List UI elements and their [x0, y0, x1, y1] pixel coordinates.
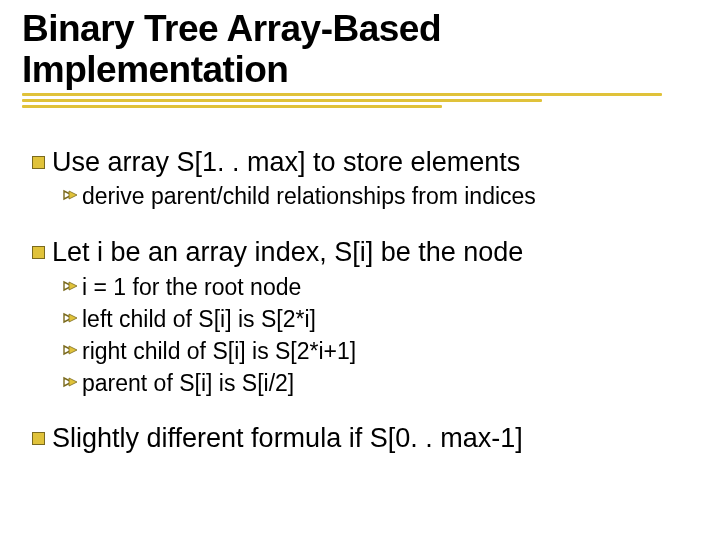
bullet-l2: derive parent/child relationships from i…: [58, 182, 698, 212]
arrow-bullet-icon: [58, 182, 82, 202]
bullet-l1: Use array S[1. . max] to store elements: [24, 145, 698, 180]
slide-body: Use array S[1. . max] to store elements …: [22, 145, 698, 456]
bullet-text: i = 1 for the root node: [82, 273, 301, 303]
bullet-l2: right child of S[i] is S[2*i+1]: [58, 337, 698, 367]
bullet-l2: parent of S[i] is S[i/2]: [58, 369, 698, 399]
title-underline: [22, 93, 682, 115]
square-bullet-icon: [24, 421, 52, 443]
square-bullet-icon: [24, 145, 52, 167]
arrow-bullet-icon: [58, 337, 82, 357]
bullet-text: right child of S[i] is S[2*i+1]: [82, 337, 356, 367]
arrow-bullet-icon: [58, 273, 82, 293]
bullet-l2: i = 1 for the root node: [58, 273, 698, 303]
bullet-l2: left child of S[i] is S[2*i]: [58, 305, 698, 335]
arrow-bullet-icon: [58, 305, 82, 325]
bullet-text: Use array S[1. . max] to store elements: [52, 145, 520, 180]
square-bullet-icon: [24, 235, 52, 257]
slide: Binary Tree Array-Based Implementation U…: [0, 0, 720, 540]
bullet-text: Slightly different formula if S[0. . max…: [52, 421, 523, 456]
bullet-text: parent of S[i] is S[i/2]: [82, 369, 294, 399]
bullet-text: left child of S[i] is S[2*i]: [82, 305, 316, 335]
bullet-text: Let i be an array index, S[i] be the nod…: [52, 235, 523, 270]
bullet-text: derive parent/child relationships from i…: [82, 182, 536, 212]
slide-title: Binary Tree Array-Based Implementation: [22, 8, 698, 91]
bullet-l1: Slightly different formula if S[0. . max…: [24, 421, 698, 456]
arrow-bullet-icon: [58, 369, 82, 389]
bullet-l1: Let i be an array index, S[i] be the nod…: [24, 235, 698, 270]
